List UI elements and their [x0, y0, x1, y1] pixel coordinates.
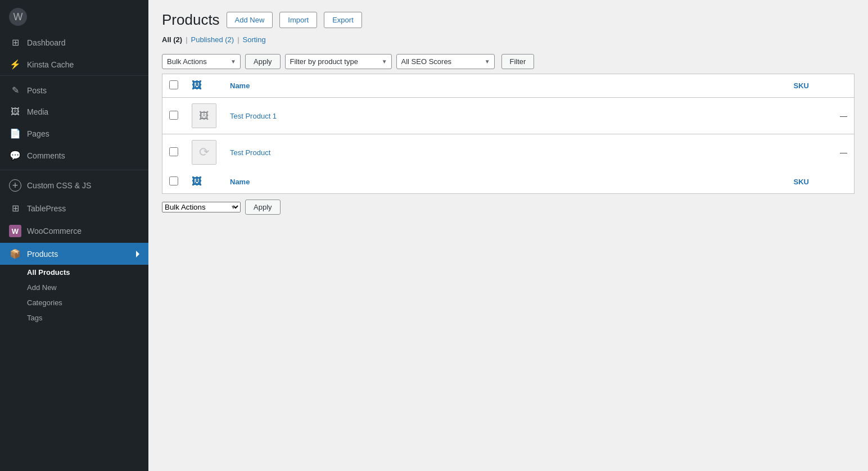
sidebar-item-woocommerce[interactable]: W WooCommerce [0, 219, 148, 243]
col-header-sku[interactable]: SKU [787, 74, 855, 98]
wp-logo: W [0, 0, 148, 31]
row-name-cell-2: Test Product [223, 134, 787, 171]
col-header-checkbox [162, 74, 186, 98]
sidebar-item-label: Dashboard [27, 38, 66, 47]
pages-icon: 📄 [9, 128, 21, 139]
custom-css-icon: + [9, 179, 21, 192]
table-footer-row: 🖼 Name SKU [162, 170, 855, 194]
export-button[interactable]: Export [324, 12, 362, 28]
sidebar-submenu-categories[interactable]: Categories [27, 295, 148, 310]
apply-button-bottom[interactable]: Apply [245, 200, 281, 215]
seo-scores-wrapper: All SEO Scores ▼ [396, 54, 495, 69]
footer-image-icon: 🖼 [192, 176, 202, 187]
media-icon: 🖼 [9, 107, 21, 117]
sort-sku-link-bottom[interactable]: SKU [794, 178, 809, 186]
sidebar-section-content: ✎ Posts 🖼 Media 📄 Pages 💬 Comments [0, 75, 148, 170]
table-row: 🖼 Test Product 1 — [162, 98, 855, 134]
sidebar-item-label: Products [27, 250, 58, 259]
col-footer-sku[interactable]: SKU [787, 170, 855, 194]
comments-icon: 💬 [9, 150, 21, 161]
products-icon: 📦 [9, 248, 21, 259]
table-row: ⟳ Test Product — [162, 134, 855, 171]
sidebar-item-label: WooCommerce [27, 227, 82, 235]
col-footer-name[interactable]: Name [223, 170, 787, 194]
filter-product-type-wrapper: Filter by product type ▼ [285, 54, 392, 69]
sidebar-item-label: Custom CSS & JS [27, 181, 91, 190]
sidebar-submenu-tags[interactable]: Tags [27, 310, 148, 325]
products-table: 🖼 Name SKU 🖼 Test Product 1 [162, 74, 855, 194]
row-checkbox-cell-2 [162, 134, 186, 171]
sort-sku-link[interactable]: SKU [794, 81, 809, 90]
sidebar-item-label: Kinsta Cache [27, 60, 74, 69]
row-thumb-cell-2: ⟳ [185, 134, 223, 171]
bulk-actions-select[interactable]: Bulk Actions [162, 54, 241, 69]
sidebar-submenu-add-new[interactable]: Add New [27, 280, 148, 295]
sort-name-link[interactable]: Name [230, 81, 250, 90]
col-footer-checkbox [162, 170, 186, 194]
row-checkbox-cell [162, 98, 186, 134]
select-all-checkbox-bottom[interactable] [169, 176, 178, 185]
filter-tab-all[interactable]: All (2) [162, 35, 182, 44]
row-checkbox-2[interactable] [169, 147, 178, 156]
row-sku-cell-2: — [787, 134, 855, 171]
sidebar-item-label: Pages [27, 129, 49, 138]
sidebar-item-kinsta-cache[interactable]: ⚡ Kinsta Cache [0, 53, 148, 75]
product-link-2[interactable]: Test Product [230, 148, 270, 157]
sidebar-item-comments[interactable]: 💬 Comments [0, 144, 148, 166]
main-content: Products Add New Import Export All (2) |… [148, 0, 868, 471]
toolbar-bottom: Bulk Actions ▼ Apply [162, 194, 855, 218]
sidebar-arrow-icon [136, 251, 139, 257]
table-header-row: 🖼 Name SKU [162, 74, 855, 98]
product-thumbnail-2: ⟳ [192, 140, 216, 165]
image-icon: 🖼 [192, 80, 202, 91]
row-checkbox-1[interactable] [169, 111, 178, 120]
filter-tab-sorting[interactable]: Sorting [243, 35, 266, 44]
import-button[interactable]: Import [279, 12, 317, 28]
add-new-button[interactable]: Add New [227, 12, 273, 28]
sidebar-item-dashboard[interactable]: ⊞ Dashboard [0, 31, 148, 53]
product-thumbnail-1: 🖼 [192, 103, 216, 128]
filter-button[interactable]: Filter [501, 54, 535, 69]
sidebar-item-tablepress[interactable]: ⊞ TablePress [0, 197, 148, 219]
sidebar-item-label: TablePress [27, 204, 66, 213]
sidebar: W ⊞ Dashboard ⚡ Kinsta Cache ✎ Posts 🖼 M… [0, 0, 148, 471]
sidebar-item-label: Media [27, 107, 48, 116]
sidebar-submenu-all-products[interactable]: All Products [27, 265, 148, 280]
product-link-1[interactable]: Test Product 1 [230, 112, 277, 120]
dashboard-icon: ⊞ [9, 37, 21, 48]
kinsta-icon: ⚡ [9, 59, 21, 70]
filter-tabs: All (2) | Published (2) | Sorting [162, 35, 855, 44]
sidebar-item-products[interactable]: 📦 Products [0, 243, 148, 265]
wp-icon: W [9, 8, 27, 26]
sort-name-link-bottom[interactable]: Name [230, 178, 250, 186]
page-title: Products [162, 11, 220, 29]
filter-sep-2: | [237, 35, 239, 44]
sidebar-item-label: Posts [27, 86, 47, 95]
col-footer-image: 🖼 [185, 170, 223, 194]
sidebar-item-media[interactable]: 🖼 Media [0, 101, 148, 123]
filter-product-type-select[interactable]: Filter by product type [285, 54, 392, 69]
bulk-actions-select-bottom[interactable]: Bulk Actions [162, 202, 241, 212]
apply-button-top[interactable]: Apply [245, 54, 281, 69]
col-header-image: 🖼 [185, 74, 223, 98]
col-header-name[interactable]: Name [223, 74, 787, 98]
bulk-actions-wrapper: Bulk Actions ▼ [162, 54, 241, 69]
products-submenu: All Products Add New Categories Tags [0, 265, 148, 325]
posts-icon: ✎ [9, 85, 21, 96]
seo-scores-select[interactable]: All SEO Scores [396, 54, 495, 69]
toolbar-top: Bulk Actions ▼ Apply Filter by product t… [162, 49, 855, 74]
sidebar-section-plugins: + Custom CSS & JS ⊞ TablePress W WooComm… [0, 170, 148, 329]
sidebar-item-label: Comments [27, 151, 65, 160]
row-name-cell-1: Test Product 1 [223, 98, 787, 134]
bulk-actions-bottom-wrapper: Bulk Actions ▼ [162, 202, 241, 212]
filter-tab-published[interactable]: Published (2) [191, 35, 234, 44]
woocommerce-icon: W [9, 225, 21, 237]
tablepress-icon: ⊞ [9, 203, 21, 214]
sidebar-item-posts[interactable]: ✎ Posts [0, 79, 148, 101]
select-all-checkbox-top[interactable] [169, 80, 178, 89]
sidebar-item-pages[interactable]: 📄 Pages [0, 123, 148, 144]
row-sku-cell-1: — [787, 98, 855, 134]
filter-sep-1: | [186, 35, 187, 44]
sidebar-item-custom-css-js[interactable]: + Custom CSS & JS [0, 174, 148, 197]
row-thumb-cell-1: 🖼 [185, 98, 223, 134]
